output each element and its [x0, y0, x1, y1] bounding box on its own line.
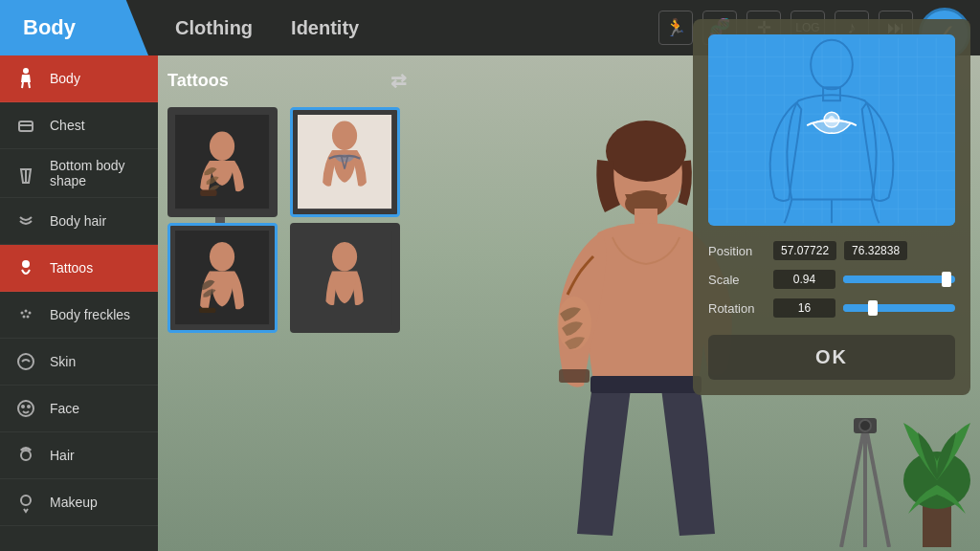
clothing-tab-label: Clothing: [175, 17, 253, 38]
body-hair-icon: [11, 207, 40, 235]
tattoo-panel-title: Tattoos: [167, 71, 229, 91]
scale-label: Scale: [708, 273, 766, 287]
sidebar-item-tattoos[interactable]: Tattoos: [0, 245, 158, 292]
scale-value[interactable]: 0.94: [773, 270, 835, 289]
sidebar-body-hair-label: Body hair: [50, 213, 106, 229]
rotation-slider-thumb: [868, 300, 878, 316]
sidebar-hair-label: Hair: [50, 448, 75, 463]
sidebar-face-label: Face: [50, 401, 79, 416]
face-icon: [11, 394, 40, 423]
identity-tab-label: Identity: [291, 17, 359, 38]
svg-point-6: [23, 316, 26, 319]
svg-point-31: [859, 420, 871, 431]
svg-line-27: [841, 423, 865, 547]
tattoo-thumb-3: [170, 226, 275, 330]
tattoo-item-2[interactable]: [290, 107, 400, 217]
sidebar-tattoos-label: Tattoos: [50, 260, 93, 276]
svg-point-3: [21, 312, 24, 315]
tattoo-thumb-1: [170, 110, 275, 214]
sidebar-item-hair[interactable]: Hair: [0, 432, 158, 479]
tattoo-panel: Tattoos ⇄: [167, 65, 407, 333]
rotation-control: Rotation 16: [708, 298, 955, 318]
sidebar-chest-label: Chest: [50, 118, 85, 133]
svg-point-21: [606, 121, 686, 182]
svg-rect-36: [201, 190, 217, 197]
svg-point-8: [18, 354, 33, 369]
body-freckles-icon: [11, 300, 40, 329]
bottom-body-icon: [11, 159, 40, 187]
scale-slider-fill: [843, 276, 922, 283]
tattoo-header: Tattoos ⇄: [167, 65, 407, 96]
svg-point-10: [22, 406, 24, 408]
hair-icon: [11, 441, 40, 470]
svg-point-2: [22, 260, 30, 268]
svg-point-0: [23, 68, 29, 74]
body-nav-icon[interactable]: 🏃: [658, 11, 693, 45]
skin-icon: [11, 347, 40, 376]
sidebar-item-bottom-body[interactable]: Bottom body shape: [0, 149, 158, 198]
sidebar-body-freckles-label: Body freckles: [50, 307, 130, 322]
sidebar-item-body-freckles[interactable]: Body freckles: [0, 292, 158, 339]
svg-point-40: [210, 242, 234, 272]
position-x-value[interactable]: 57.07722: [773, 241, 836, 260]
tattoo-preview-area: [708, 34, 955, 226]
body-icon: [11, 64, 40, 93]
ok-label: OK: [815, 346, 848, 367]
svg-point-11: [28, 406, 30, 408]
svg-point-9: [18, 401, 33, 416]
tattoos-icon: [11, 253, 40, 282]
sidebar-skin-label: Skin: [50, 354, 76, 369]
sidebar-item-skin[interactable]: Skin: [0, 339, 158, 386]
tattoo-thumb-4: [293, 226, 397, 330]
tattoo-item-4[interactable]: [290, 223, 400, 333]
svg-rect-25: [559, 369, 590, 383]
sidebar-item-body[interactable]: Body: [0, 55, 158, 102]
tattoo-item-1[interactable]: [167, 107, 278, 217]
scale-slider-thumb: [942, 272, 951, 287]
tattoo-thumb-2: [293, 110, 397, 214]
svg-point-35: [210, 132, 234, 162]
sidebar-body-label: Body: [50, 71, 80, 86]
position-control: Position 57.07722 76.32838: [708, 241, 955, 260]
svg-line-29: [865, 423, 889, 547]
tab-identity[interactable]: Identity: [283, 13, 367, 43]
tab-clothing[interactable]: Clothing: [167, 13, 260, 43]
tattoo-controls-panel: Position 57.07722 76.32838 Scale 0.94 Ro…: [693, 19, 970, 395]
camera-tripod: [827, 413, 903, 551]
svg-rect-26: [590, 376, 702, 393]
position-label: Position: [708, 244, 766, 258]
scale-slider-track[interactable]: [843, 276, 955, 283]
svg-point-12: [21, 451, 31, 460]
svg-point-7: [27, 316, 30, 319]
ok-button[interactable]: OK: [708, 335, 955, 380]
shuffle-button[interactable]: ⇄: [390, 69, 407, 92]
sidebar-item-body-hair[interactable]: Body hair: [0, 198, 158, 245]
nav-tabs: Clothing Identity: [148, 13, 386, 43]
sidebar-bottom-label: Bottom body shape: [50, 158, 146, 188]
svg-rect-41: [200, 308, 216, 313]
tattoo-item-3[interactable]: [167, 223, 278, 333]
tab-body[interactable]: Body: [0, 0, 148, 55]
svg-point-5: [29, 312, 32, 315]
scale-control: Scale 0.94: [708, 270, 955, 289]
sidebar-item-makeup[interactable]: Makeup: [0, 479, 158, 526]
rotation-value[interactable]: 16: [773, 298, 835, 318]
tattoo-grid: [167, 107, 407, 333]
body-tab-label: Body: [23, 15, 76, 40]
makeup-icon: [11, 488, 40, 517]
svg-point-43: [332, 242, 357, 272]
rotation-slider-track[interactable]: [843, 304, 955, 312]
svg-point-4: [25, 310, 28, 313]
svg-point-38: [332, 121, 357, 151]
sidebar-makeup-label: Makeup: [50, 495, 98, 510]
sidebar-item-face[interactable]: Face: [0, 386, 158, 432]
sidebar: Body Chest Bottom body shape Body hair T…: [0, 55, 158, 551]
chest-icon: [11, 111, 40, 140]
position-y-value[interactable]: 76.32838: [844, 241, 907, 260]
svg-point-13: [21, 496, 31, 505]
sidebar-item-chest[interactable]: Chest: [0, 102, 158, 149]
rotation-label: Rotation: [708, 301, 766, 316]
